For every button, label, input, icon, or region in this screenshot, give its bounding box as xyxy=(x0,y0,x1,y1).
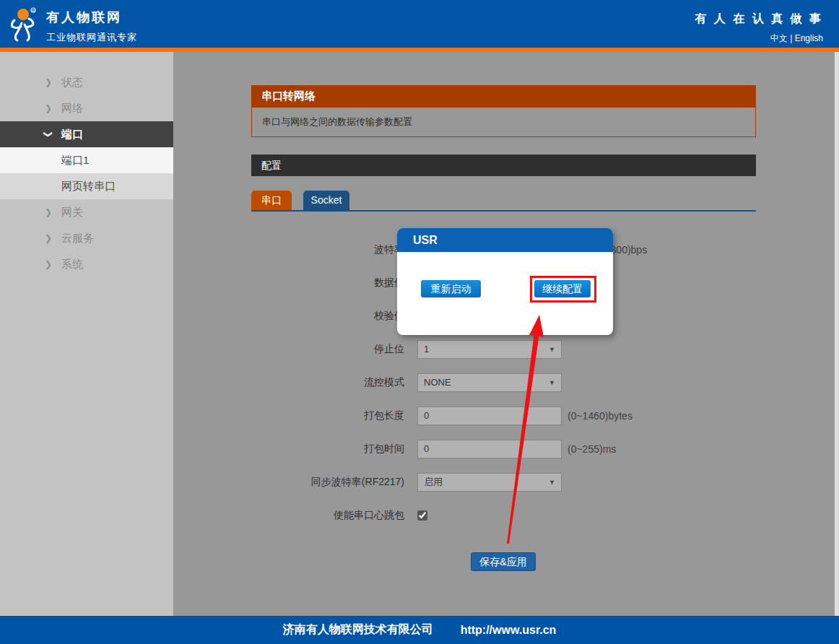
sidebar-item-cloud[interactable]: ❯ 云服务 xyxy=(0,225,173,251)
input-value: 0 xyxy=(424,410,429,421)
dialog-title: USR xyxy=(397,228,613,252)
sidebar-item-port[interactable]: ❯ 端口 xyxy=(0,121,173,147)
page-description: 串口与网络之间的数据传输参数配置 xyxy=(251,107,756,137)
form-row-stopbits: 停止位 1 ▼ xyxy=(173,333,835,366)
sidebar-item-label: 网关 xyxy=(61,199,83,225)
sidebar-item-system[interactable]: ❯ 系统 xyxy=(0,251,173,277)
svg-text:R: R xyxy=(32,9,35,13)
sidebar-nav: ❯ 状态 ❯ 网络 ❯ 端口 端口1 网页转串口 ❯ 网关 ❯ 云服务 ❯ 系统 xyxy=(0,52,173,616)
scrollbar-track[interactable] xyxy=(835,52,839,616)
field-label: 打包时间 xyxy=(173,443,404,456)
chevron-right-icon: ❯ xyxy=(45,95,52,121)
select-value: 启用 xyxy=(424,477,443,487)
footer-url-link[interactable]: http://www.usr.cn xyxy=(461,624,557,637)
brand-title: 有人物联网 xyxy=(46,9,137,26)
field-label: 使能串口心跳包 xyxy=(173,509,404,522)
dropdown-caret-icon: ▼ xyxy=(549,374,555,391)
brand-block: 有人物联网 工业物联网通讯专家 xyxy=(46,9,137,44)
flowcontrol-select[interactable]: NONE ▼ xyxy=(417,373,562,392)
tab-serial[interactable]: 串口 xyxy=(251,191,292,210)
heartbeat-checkbox[interactable] xyxy=(417,510,427,521)
save-apply-button[interactable]: 保存&应用 xyxy=(471,552,536,571)
footer-company: 济南有人物联网技术有限公司 xyxy=(283,622,433,638)
section-header-config: 配置 xyxy=(251,155,756,176)
dropdown-caret-icon: ▼ xyxy=(549,474,555,491)
chevron-right-icon: ❯ xyxy=(45,69,52,95)
usr-logo-icon: R xyxy=(7,6,43,43)
dropdown-caret-icon: ▼ xyxy=(549,341,555,358)
sidebar-item-label: 端口1 xyxy=(61,147,89,173)
field-label: 打包长度 xyxy=(173,409,404,422)
lang-divider: | xyxy=(790,33,792,43)
field-label: 数据位 xyxy=(173,277,404,290)
language-switcher: 中文 | English xyxy=(695,32,823,45)
header-accent-bar xyxy=(0,48,839,52)
sidebar-item-label: 状态 xyxy=(61,69,83,95)
stopbits-select[interactable]: 1 ▼ xyxy=(417,340,562,359)
brand-subtitle: 工业物联网通讯专家 xyxy=(46,31,137,44)
chevron-down-icon: ❯ xyxy=(45,121,52,147)
field-label: 停止位 xyxy=(173,343,404,356)
tab-bar: 串口 Socket xyxy=(251,191,756,212)
lang-zh-link[interactable]: 中文 xyxy=(770,33,788,43)
sidebar-item-web-to-serial[interactable]: 网页转串口 xyxy=(0,173,173,199)
chevron-right-icon: ❯ xyxy=(45,225,52,251)
form-row-packlength: 打包长度 0 (0~1460)bytes xyxy=(173,399,835,432)
input-value: 0 xyxy=(424,443,429,454)
sidebar-item-label: 网页转串口 xyxy=(61,173,116,199)
sidebar-item-label: 云服务 xyxy=(61,225,94,251)
header-bar: R 有人物联网 工业物联网通讯专家 有 人 在 认 真 做 事 中文 | Eng… xyxy=(0,0,839,48)
sidebar-item-label: 系统 xyxy=(61,251,83,277)
slogan-text: 有 人 在 认 真 做 事 xyxy=(695,12,823,27)
packlength-input[interactable]: 0 xyxy=(417,406,562,425)
packtime-input[interactable]: 0 xyxy=(417,440,562,458)
select-value: 1 xyxy=(424,344,429,354)
form-row-syncbaud: 同步波特率(RF2217) 启用 ▼ xyxy=(173,466,835,499)
page-title: 串口转网络 xyxy=(251,85,756,107)
form-row-heartbeat: 使能串口心跳包 xyxy=(173,499,835,532)
field-hint: (0~1460)bytes xyxy=(568,410,632,422)
field-label: 同步波特率(RF2217) xyxy=(173,476,404,489)
form-row-packtime: 打包时间 0 (0~255)ms xyxy=(173,432,835,466)
sidebar-item-label: 端口 xyxy=(61,121,83,147)
usr-dialog: USR 重新启动 继续配置 xyxy=(397,228,613,335)
lang-en-link[interactable]: English xyxy=(795,33,823,43)
sidebar-item-status[interactable]: ❯ 状态 xyxy=(0,69,173,95)
field-label: 校验位 xyxy=(173,310,404,323)
select-value: NONE xyxy=(424,377,451,388)
sidebar-item-label: 网络 xyxy=(61,95,83,121)
tab-socket[interactable]: Socket xyxy=(303,191,349,210)
chevron-right-icon: ❯ xyxy=(45,251,52,277)
restart-button[interactable]: 重新启动 xyxy=(421,280,481,297)
syncbaud-select[interactable]: 启用 ▼ xyxy=(417,473,562,492)
field-hint: (0~255)ms xyxy=(568,443,616,455)
sidebar-item-port1[interactable]: 端口1 xyxy=(0,147,173,173)
chevron-right-icon: ❯ xyxy=(45,199,52,225)
form-row-flowcontrol: 流控模式 NONE ▼ xyxy=(173,366,835,399)
annotation-highlight-box xyxy=(530,276,596,303)
sidebar-item-gateway[interactable]: ❯ 网关 xyxy=(0,199,173,225)
sidebar-item-network[interactable]: ❯ 网络 xyxy=(0,95,173,121)
footer-bar: 济南有人物联网技术有限公司 http://www.usr.cn xyxy=(0,616,839,644)
field-label: 流控模式 xyxy=(173,376,404,389)
field-label: 波特率 xyxy=(173,243,404,256)
